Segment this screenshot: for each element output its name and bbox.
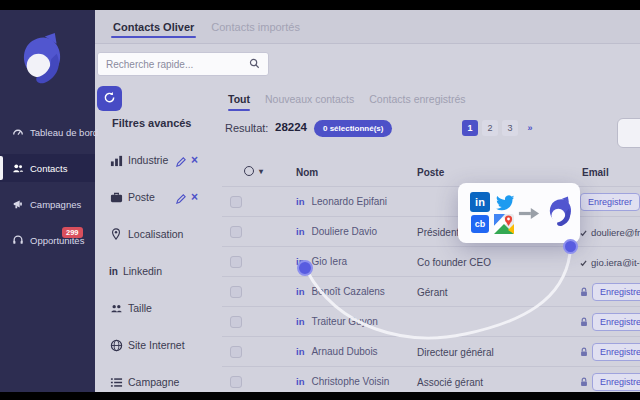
search-placeholder: Recherche rapide...: [106, 59, 249, 70]
filter-item-campagne[interactable]: Campagne: [95, 372, 221, 392]
row-checkbox[interactable]: [230, 256, 242, 268]
linkedin-icon[interactable]: in: [296, 286, 304, 297]
lock-icon: [580, 283, 588, 301]
contact-poste: Co founder CEO: [417, 257, 491, 268]
content-tabs: Tout Nouveaux contacts Contacts enregist…: [222, 93, 466, 111]
fox-logo: [14, 32, 72, 90]
fox-logo: [544, 190, 578, 236]
sidebar-item-opportunites[interactable]: Opportunités 299: [0, 226, 95, 254]
chevron-down-icon: ▾: [259, 167, 263, 176]
select-all-checkbox[interactable]: ▾: [244, 166, 263, 176]
filter-item-poste[interactable]: Poste ×: [95, 187, 221, 207]
remove-icon[interactable]: ×: [191, 154, 198, 167]
briefcase-icon: [109, 190, 123, 204]
row-checkbox[interactable]: [230, 316, 242, 328]
selected-count-badge[interactable]: 0 sélectionné(s): [314, 120, 392, 137]
page-next[interactable]: »: [522, 120, 538, 136]
twitter-icon: [494, 192, 514, 212]
contact-name[interactable]: Traiteur Guyon: [311, 316, 377, 327]
refresh-button[interactable]: [97, 86, 122, 111]
row-checkbox[interactable]: [230, 346, 242, 358]
linkedin-icon[interactable]: in: [296, 316, 304, 327]
pagination: 1 2 3 »: [462, 120, 538, 136]
enregistrer-button[interactable]: Enregistrer: [592, 373, 640, 391]
sidebar-item-tableau-de-bord[interactable]: Tableau de bord: [0, 118, 95, 146]
cursor-dot: [563, 239, 578, 254]
remove-icon[interactable]: ×: [191, 191, 198, 204]
enregistrer-button[interactable]: Enregistrer: [592, 343, 640, 361]
sidebar: Tableau de bord Contacts Campagnes Opp: [0, 10, 95, 392]
active-tab-underline: [228, 109, 250, 111]
notification-badge: 299: [62, 227, 83, 238]
linkedin-icon[interactable]: in: [296, 196, 304, 207]
linkedin-icon[interactable]: in: [296, 226, 304, 237]
sidebar-item-label: Tableau de bord: [30, 127, 98, 138]
contact-name[interactable]: Gio Iera: [311, 256, 347, 267]
linkedin-icon[interactable]: in: [296, 346, 304, 357]
edit-icon[interactable]: [175, 154, 188, 167]
filter-item-industrie[interactable]: Industrie ×: [95, 150, 221, 170]
contact-name[interactable]: Arnaud Dubois: [311, 346, 377, 357]
lock-icon: [580, 343, 588, 361]
contact-name[interactable]: Christophe Voisin: [311, 376, 389, 387]
lock-icon: [580, 373, 588, 391]
row-checkbox[interactable]: [230, 376, 242, 388]
enregistrer-button[interactable]: Enregistrer: [580, 193, 640, 211]
page-2[interactable]: 2: [482, 120, 498, 136]
row-checkbox[interactable]: [230, 196, 242, 208]
contact-name[interactable]: Leonardo Epifani: [311, 196, 387, 207]
filter-item-linkedin[interactable]: in Linkedin: [95, 261, 221, 281]
email-status-icon: [580, 223, 587, 241]
result-count: 28224: [275, 121, 307, 133]
page-1[interactable]: 1: [462, 120, 478, 136]
edit-icon[interactable]: [175, 191, 188, 204]
search-icon: [249, 55, 260, 73]
sidebar-item-contacts[interactable]: Contacts: [0, 154, 95, 182]
sidebar-item-campagnes[interactable]: Campagnes: [0, 190, 95, 218]
contact-name[interactable]: Douliere Davio: [311, 226, 377, 237]
filters-title: Filtres avancés: [112, 117, 192, 129]
page-3[interactable]: 3: [502, 120, 518, 136]
tab-contacts-enregistres[interactable]: Contacts enregistrés: [369, 93, 465, 111]
filter-item-localisation[interactable]: Localisation: [95, 224, 221, 244]
partial-button[interactable]: [617, 118, 640, 148]
top-black-bar: [0, 0, 640, 10]
sources-popup: in cb: [458, 183, 580, 243]
table-row: inBenoît Cazalens Gérant Enregistrer: [222, 276, 640, 306]
app-window: Tableau de bord Contacts Campagnes Opp: [0, 0, 640, 400]
tab-nouveaux-contacts[interactable]: Nouveaux contacts: [265, 93, 354, 111]
cursor-dot: [297, 260, 313, 276]
lock-icon: [580, 313, 588, 331]
contact-name[interactable]: Benoît Cazalens: [311, 286, 384, 297]
email-status-icon: [580, 253, 587, 271]
tab-contacts-importes[interactable]: Contacts importés: [209, 12, 302, 41]
tab-contacts-oliver[interactable]: Contacts Oliver: [111, 12, 196, 41]
industry-icon: [109, 153, 123, 167]
row-checkbox[interactable]: [230, 226, 242, 238]
bottom-black-bar: [0, 392, 640, 400]
headset-icon: [11, 234, 24, 247]
filter-item-site-internet[interactable]: Site Internet: [95, 335, 221, 355]
contact-email: douliere@free: [591, 227, 640, 238]
gauge-icon: [11, 126, 24, 139]
tab-label: Contacts importés: [211, 21, 300, 33]
linkedin-icon[interactable]: in: [296, 376, 304, 387]
arrow-right-icon: [518, 197, 542, 229]
company-size-icon: [109, 301, 123, 315]
contact-poste: Directeur général: [417, 347, 494, 358]
sidebar-item-label: Campagnes: [30, 199, 81, 210]
globe-icon: [109, 338, 123, 352]
results-row: Resultat: 28224 0 sélectionné(s) 1 2 3 »: [222, 118, 640, 140]
header: Contacts Oliver Contacts importés: [95, 10, 640, 44]
active-tab-underline: [111, 36, 196, 38]
column-header-poste: Poste: [417, 167, 444, 178]
enregistrer-button[interactable]: Enregistrer: [592, 313, 640, 331]
row-checkbox[interactable]: [230, 286, 242, 298]
tab-tout[interactable]: Tout: [228, 93, 250, 111]
filter-item-taille[interactable]: Taille: [95, 298, 221, 318]
table-header: ▾ Nom Poste Email: [222, 165, 640, 183]
search-input[interactable]: Recherche rapide...: [97, 52, 269, 76]
enregistrer-button[interactable]: Enregistrer: [592, 283, 640, 301]
table-row: inTraiteur Guyon Enregistrer: [222, 306, 640, 336]
sidebar-item-label: Contacts: [30, 163, 68, 174]
